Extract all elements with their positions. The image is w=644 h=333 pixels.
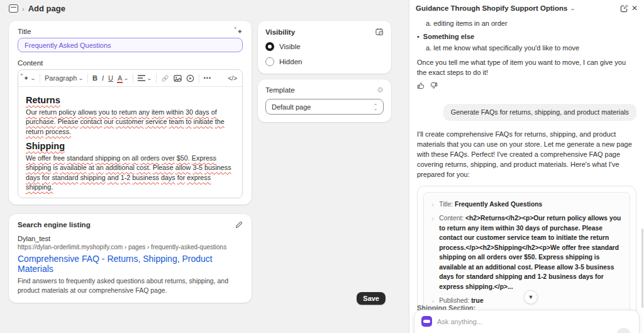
editor-word: return <box>39 108 57 116</box>
bullet: • <box>417 32 419 42</box>
editor-word: allow <box>175 164 191 171</box>
page-title: Add page <box>28 4 65 13</box>
code-view-button[interactable]: </> <box>228 75 237 82</box>
editor-word: is <box>53 164 58 171</box>
ai-assist-button[interactable]: ✦⌄ <box>23 75 35 82</box>
text-color-button[interactable]: A⌄ <box>118 74 128 82</box>
link-icon[interactable] <box>161 74 169 82</box>
page-details-card: Title ✦ Frequently Asked Questions Conte… <box>9 21 252 205</box>
seo-site-name: Dylan_test <box>18 235 243 242</box>
rich-text-editor: ✦⌄ Paragraph⌄ B I U A⌄ ⌄ ••• <box>18 69 243 198</box>
summary-field-value: <h2>Returns</h2><p>Our return policy all… <box>439 215 621 290</box>
editor-word: you <box>99 108 109 116</box>
editor-body[interactable]: Returns Our return policy allows you to … <box>18 87 242 198</box>
editor-word: the <box>215 118 225 125</box>
editor-paragraph[interactable]: We offer free standard shipping on all o… <box>26 154 235 192</box>
chat-input-row[interactable]: Ask anything... <box>421 316 632 327</box>
chevron-down-icon[interactable]: ⌄ <box>570 6 575 11</box>
template-title: Template <box>265 86 295 94</box>
paragraph-style-dropdown[interactable]: Paragraph⌄ <box>45 74 83 82</box>
thumbs-up-icon[interactable] <box>417 82 425 89</box>
title-input[interactable]: Frequently Asked Questions <box>18 38 243 52</box>
template-select[interactable]: Default page ⌃⌄ <box>265 99 384 115</box>
radio-label: Hidden <box>279 58 302 65</box>
breadcrumb: › Add page <box>9 4 65 13</box>
editor-word: our <box>104 118 114 125</box>
save-button[interactable]: Save <box>357 292 386 305</box>
close-icon[interactable]: ✕ <box>631 4 638 12</box>
edit-pencil-icon[interactable] <box>235 221 243 229</box>
content-label: Content <box>18 59 243 67</box>
toolbar-divider <box>199 74 199 83</box>
editor-word: standard <box>52 174 78 181</box>
visibility-option-visible[interactable]: Visible <box>265 42 384 51</box>
editor-heading[interactable]: Product Materials <box>26 196 235 198</box>
summary-field-value: true <box>471 297 483 304</box>
editor-word: policy <box>58 108 76 116</box>
editor-word: We <box>26 154 36 162</box>
summary-field: ○Title: Frequently Asked Questions <box>431 200 622 209</box>
alignment-button[interactable]: ⌄ <box>138 75 152 81</box>
image-icon[interactable] <box>174 74 182 82</box>
editor-word: service <box>145 118 167 125</box>
thumbs-down-icon[interactable] <box>430 82 438 89</box>
chevron-down-icon: ⌄ <box>123 76 129 81</box>
editor-word: days <box>161 174 175 181</box>
ai-sparkle-icon[interactable]: ✦ <box>237 28 243 35</box>
editor-word: free <box>53 154 65 162</box>
user-message-row: Generate FAQs for returns, shipping, and… <box>417 104 636 121</box>
assistant-list-subitem: a. let me know what specifically you'd l… <box>426 43 636 54</box>
editor-word: shipping <box>26 164 51 171</box>
chat-input-placeholder[interactable]: Ask anything... <box>437 318 482 325</box>
template-selected-value: Default page <box>272 103 311 111</box>
ai-sparkle-icon: ✦ <box>23 75 29 82</box>
editor-word: and <box>108 174 119 181</box>
editor-word: at <box>89 164 94 171</box>
editor-word: process. <box>45 128 71 135</box>
editor-word: express <box>187 174 211 181</box>
send-button[interactable] <box>616 328 631 333</box>
visibility-option-hidden[interactable]: Hidden <box>265 57 384 66</box>
editor-word: $50. <box>177 154 190 162</box>
editor-paragraph[interactable]: Our return policy allows you to return a… <box>26 108 235 137</box>
editor-word: Express <box>192 154 216 162</box>
assistant-message: Once you tell me what type of item you w… <box>417 58 636 78</box>
italic-button[interactable]: I <box>102 74 104 82</box>
editor-toolbar: ✦⌄ Paragraph⌄ B I U A⌄ ⌄ ••• <box>18 70 242 87</box>
new-chat-compose-icon[interactable] <box>620 4 628 13</box>
toolbar-divider <box>133 74 133 83</box>
calendar-clock-icon[interactable] <box>375 28 384 36</box>
scroll-to-bottom-button[interactable]: ▼ <box>524 290 538 304</box>
video-icon[interactable] <box>186 74 194 82</box>
assistant-list-subitem: a. editing items in an order <box>426 19 636 29</box>
editor-word: initiate <box>194 118 213 125</box>
chat-scrollbar[interactable] <box>641 229 643 308</box>
editor-word: available <box>60 164 87 171</box>
circle-bullet: ○ <box>431 202 434 209</box>
editor-word: an <box>96 164 104 171</box>
assistant-list-item-text: Something else <box>423 32 474 42</box>
editor-word: offer <box>38 154 51 162</box>
editor-word: shipping <box>80 174 105 181</box>
editor-word: standard <box>67 154 93 162</box>
pages-breadcrumb-icon[interactable] <box>9 4 18 13</box>
radio-selected-icon[interactable] <box>265 42 274 51</box>
underline-button[interactable]: U <box>108 74 113 82</box>
editor-word: Please <box>153 164 174 171</box>
bold-button[interactable]: B <box>92 74 97 82</box>
seo-listing-card: Search engine listing Dylan_test https:/… <box>9 214 252 303</box>
editor-word: to <box>186 118 191 125</box>
more-options-button[interactable]: ••• <box>204 75 211 81</box>
editor-heading[interactable]: Returns <box>26 95 235 105</box>
editor-word: 30 <box>186 108 193 116</box>
seo-link-title[interactable]: Comprehensive FAQ - Returns, Shipping, P… <box>18 254 243 274</box>
editor-word: on <box>122 154 130 162</box>
chat-input-card: Ask anything... @ <box>414 310 640 333</box>
radio-unselected-icon[interactable] <box>265 57 274 66</box>
summary-field-value: Frequently Asked Questions <box>455 201 542 208</box>
editor-word: allows <box>78 108 97 116</box>
gear-icon: ⚙ <box>377 86 384 94</box>
seo-card-title: Search engine listing <box>18 221 91 229</box>
editor-word: any <box>139 108 150 116</box>
editor-heading[interactable]: Shipping <box>26 141 235 151</box>
